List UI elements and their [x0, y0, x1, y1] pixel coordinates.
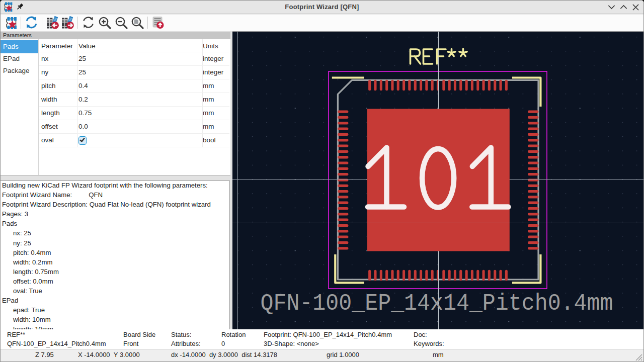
svg-text:QFN-100_EP_14x14_Pitch0.4mm: QFN-100_EP_14x14_Pitch0.4mm	[261, 290, 613, 317]
